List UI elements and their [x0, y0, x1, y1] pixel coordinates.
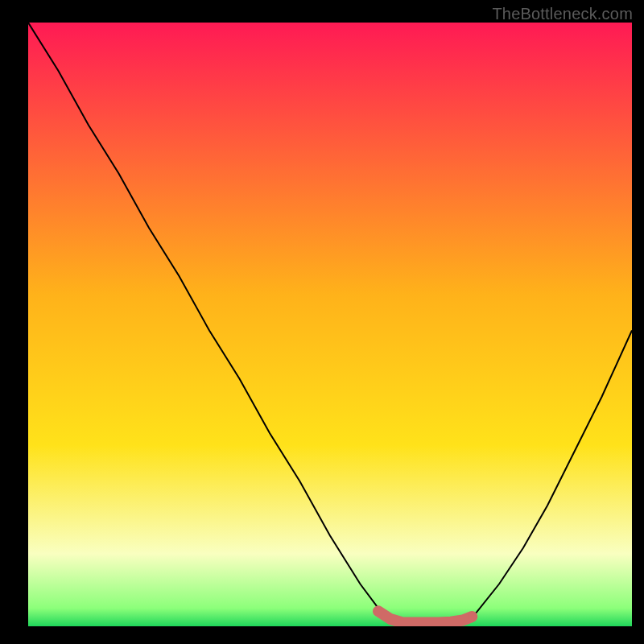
- chart-stage: TheBottleneck.com: [0, 0, 644, 644]
- curve-layer: [28, 23, 632, 626]
- plot-area: [28, 23, 632, 628]
- bottleneck-curve: [28, 23, 632, 626]
- watermark-text: TheBottleneck.com: [492, 5, 633, 23]
- highlight-end-dot: [468, 613, 477, 621]
- highlight-series: [378, 611, 472, 622]
